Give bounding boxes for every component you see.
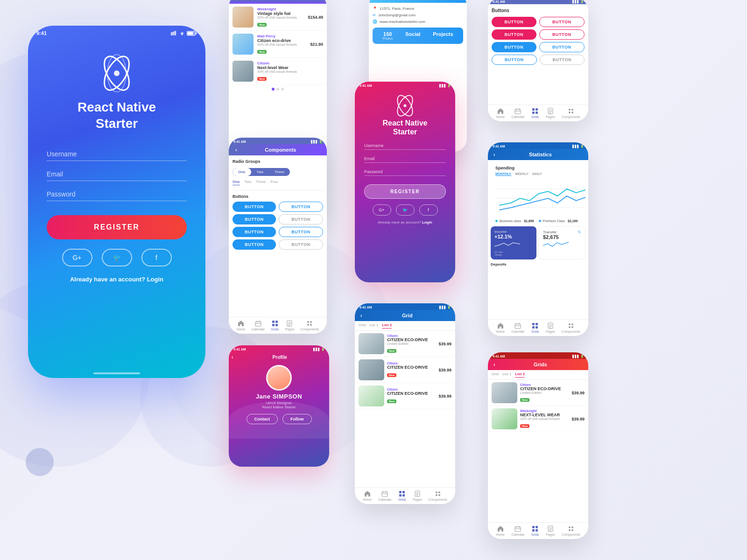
icons-phone7: ▋▋▋ 🔋	[572, 145, 584, 148]
website-row: 🌐 www.reactnativestarter.com	[373, 20, 463, 24]
tab-components-9[interactable]: Components	[429, 490, 447, 501]
tab-home-10[interactable]: Home	[496, 525, 505, 536]
tab-grids-10[interactable]: Grids	[531, 525, 539, 536]
tab-list1-9[interactable]: List 1	[369, 323, 378, 329]
register-button[interactable]: REGISTER	[47, 215, 187, 239]
tab-pages-9[interactable]: Pages	[413, 490, 422, 501]
brand-1-9: Citizen	[387, 334, 434, 337]
google-btn-5[interactable]: G+	[373, 204, 391, 216]
svg-rect-69	[532, 526, 535, 528]
btn-filled-2[interactable]: BUTTON	[233, 214, 276, 224]
tab-grid-10[interactable]: Grid	[492, 372, 499, 378]
email-phone5: Email	[364, 156, 446, 163]
radio-three-filled[interactable]: Three	[269, 168, 290, 176]
btn-filled-3[interactable]: BUTTON	[233, 227, 276, 237]
radio-two-filled[interactable]: Two	[251, 168, 269, 176]
btn-outline-1[interactable]: BUTTON	[279, 202, 323, 212]
tab-calendar-10[interactable]: Calendar	[511, 525, 524, 536]
svg-rect-1	[172, 32, 173, 35]
btn-blue-1-6[interactable]: BUTTON	[492, 42, 536, 52]
tab-grids-9[interactable]: Grids	[398, 490, 406, 501]
logo-text: React NativeStarter	[78, 99, 156, 132]
tab-pages-6[interactable]: Pages	[546, 108, 555, 119]
badge-1-10: New	[520, 398, 529, 402]
status-bar-phone5: 9:41 AM ▋▋▋ 🔋	[355, 82, 455, 88]
radio-four-outline[interactable]: Four	[270, 180, 278, 185]
btn-red-2-6[interactable]: BUTTON	[492, 29, 536, 40]
tab-pages-10[interactable]: Pages	[546, 525, 555, 536]
btn-filled-1[interactable]: BUTTON	[233, 202, 276, 212]
btn-blue-outline-1-6[interactable]: BUTTON	[539, 42, 585, 52]
tab-components-6[interactable]: Components	[562, 108, 580, 119]
tab-daily[interactable]: DAILY	[532, 172, 542, 176]
name-3-9: CITIZEN ECO-DRIVE	[387, 391, 434, 396]
btn-filled-4[interactable]: BUTTON	[233, 239, 276, 250]
btn-row-3-6: BUTTON BUTTON	[492, 42, 585, 52]
tab-bar-phone7: Home Calendar Grids Pages Components	[488, 319, 588, 336]
btn-gray-2[interactable]: BUTTON	[279, 239, 323, 250]
back-arrow-8[interactable]: ‹	[232, 355, 233, 360]
product-img-3	[233, 61, 254, 82]
back-arrow-phone7[interactable]: ‹	[491, 152, 495, 157]
back-arrow-9[interactable]: ‹	[358, 313, 362, 318]
radio-three-outline[interactable]: Three	[256, 180, 266, 185]
btn-red-outline-2-6[interactable]: BUTTON	[539, 29, 585, 40]
tab-grid-9[interactable]: Grid	[359, 323, 366, 329]
btn-gray-1[interactable]: BUTTON	[279, 214, 323, 224]
tab-calendar-7[interactable]: Calendar	[511, 322, 524, 333]
back-arrow-10[interactable]: ‹	[491, 362, 495, 367]
btn-blue-outline-2-6[interactable]: BUTTON	[492, 55, 537, 65]
grid-item-1-10: Citizen CITIZEN ECO-DRIVE Limited Editio…	[488, 380, 588, 406]
twitter-btn-5[interactable]: 🐦	[396, 204, 415, 216]
btn-gray-6[interactable]: BUTTON	[540, 55, 585, 65]
radio-two-outline[interactable]: Two	[245, 180, 252, 185]
sub-1-10: Limited Edition	[520, 391, 567, 394]
contact-btn-8[interactable]: Contact	[247, 414, 278, 424]
tab-list1-10[interactable]: List 1	[502, 372, 511, 378]
twitter-social-button[interactable]: 🐦	[102, 249, 132, 266]
svg-rect-39	[536, 112, 538, 114]
tab-monthly[interactable]: MONTHLY	[495, 172, 511, 176]
grid-img-2-10	[492, 408, 517, 429]
google-social-button[interactable]: G+	[62, 249, 92, 266]
tab-list2-9[interactable]: List 2	[382, 323, 392, 329]
svg-rect-25	[272, 324, 275, 326]
tab-calendar-9[interactable]: Calendar	[378, 490, 391, 501]
badge-3-9: New	[387, 399, 396, 403]
tab-home-7[interactable]: Home	[496, 322, 505, 333]
tab-home-6[interactable]: Home	[496, 108, 505, 119]
legend-business: Business class $1,898	[495, 219, 534, 223]
btn-red-outline-1-6[interactable]: BUTTON	[539, 17, 585, 27]
tab-pages-7[interactable]: Pages	[546, 322, 555, 333]
svg-rect-70	[536, 526, 538, 528]
facebook-social-button[interactable]: f	[141, 249, 172, 266]
components-content: Radio Groups One Two Three One Two Three…	[229, 155, 327, 256]
tab-grids-7[interactable]: Grids	[531, 322, 539, 333]
radio-one-outline[interactable]: One	[233, 180, 240, 185]
btn-outline-2[interactable]: BUTTON	[279, 227, 323, 237]
tab-weekly[interactable]: WEEKLY	[515, 172, 529, 176]
register-btn-phone5[interactable]: REGISTER	[364, 184, 446, 199]
tab-calendar-4[interactable]: Calendar	[252, 320, 265, 331]
login-link-5[interactable]: Login	[422, 220, 432, 224]
tab-grids-6[interactable]: Grids	[531, 108, 539, 119]
tab-components-4[interactable]: Components	[301, 320, 319, 331]
tab-calendar-6[interactable]: Calendar	[511, 108, 524, 119]
tab-components-10[interactable]: Components	[562, 525, 580, 536]
facebook-btn-5[interactable]: f	[419, 204, 438, 216]
tab-components-7[interactable]: Components	[562, 322, 580, 333]
follow-btn-8[interactable]: Follow	[282, 414, 312, 424]
email-label: Email	[47, 170, 187, 178]
product-info-2: Mad Perry Citizen eco-drive 30% off chil…	[257, 34, 306, 55]
radio-one-filled[interactable]: One	[233, 168, 251, 176]
btn-red-1-6[interactable]: BUTTON	[492, 17, 536, 27]
svg-point-55	[571, 323, 573, 325]
tab-pages-4[interactable]: Pages	[285, 320, 294, 331]
btn-row-2-6: BUTTON BUTTON	[492, 29, 585, 40]
back-arrow-phone4[interactable]: ‹	[232, 147, 237, 153]
tab-home-4[interactable]: Home	[237, 320, 246, 331]
tab-list2-10[interactable]: List 2	[515, 372, 525, 378]
tab-grids-4[interactable]: Grids	[271, 320, 279, 331]
price-1: $154.49	[308, 15, 323, 20]
tab-home-9[interactable]: Home	[363, 490, 372, 501]
